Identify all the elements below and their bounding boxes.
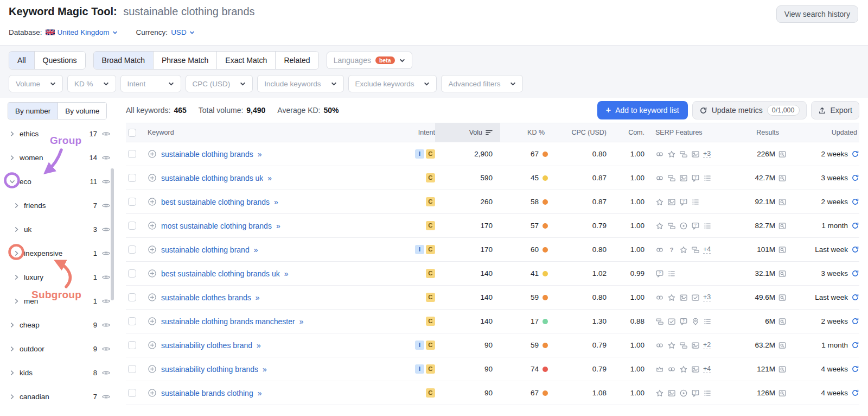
chevron-right-icon[interactable] (12, 250, 21, 256)
chevron-right-icon[interactable] (12, 226, 21, 232)
serp-preview-icon[interactable] (778, 198, 787, 206)
serp-preview-icon[interactable] (778, 389, 787, 398)
keyword-link[interactable]: sustainable clothing brands (161, 150, 253, 159)
keyword-link[interactable]: sustainable brands clothing (161, 389, 253, 398)
chevron-right-icon[interactable] (12, 298, 21, 304)
languages-dropdown[interactable]: Languages beta (327, 52, 412, 69)
add-keyword-icon[interactable] (148, 221, 157, 230)
eye-icon[interactable] (101, 392, 111, 401)
column-updated[interactable]: Updated (790, 123, 859, 142)
keyword-link[interactable]: most sustainable clothing brands (161, 222, 272, 230)
expand-keyword-icon[interactable]: » (276, 222, 280, 230)
expand-keyword-icon[interactable]: » (267, 174, 271, 182)
column-keyword[interactable]: Keyword (148, 123, 392, 142)
add-keyword-icon[interactable] (148, 341, 157, 350)
chevron-right-icon[interactable] (12, 203, 21, 209)
keyword-link[interactable]: best sustainable clothing brands uk (161, 269, 280, 278)
sidebar-group-uk[interactable]: uk 3 (3, 217, 118, 241)
keyword-link[interactable]: best sustainable clothing brands (161, 198, 270, 206)
tab-broad-match[interactable]: Broad Match (94, 52, 153, 69)
sidebar-group-women[interactable]: women 14 (3, 146, 118, 169)
sidebar-group-inexpensive[interactable]: inexpensive 1 (3, 241, 118, 265)
currency-select[interactable]: USD (171, 28, 195, 36)
column-com[interactable]: Com. (609, 123, 648, 142)
row-checkbox[interactable] (128, 150, 136, 158)
row-checkbox[interactable] (128, 341, 136, 349)
column-kd[interactable]: KD % (500, 123, 549, 142)
refresh-icon[interactable] (851, 293, 859, 301)
filter-cpc-usd-[interactable]: CPC (USD) (186, 75, 253, 92)
sidebar-group-kids[interactable]: kids 8 (3, 361, 118, 385)
filter-advanced-filters[interactable]: Advanced filters (441, 75, 523, 92)
chevron-down-icon[interactable] (8, 179, 16, 185)
eye-icon[interactable] (101, 297, 111, 306)
keyword-link[interactable]: sustainable clothes brands (161, 293, 251, 302)
row-checkbox[interactable] (128, 293, 136, 301)
column-cpc[interactable]: CPC (USD) (549, 123, 609, 142)
chevron-right-icon[interactable] (8, 346, 16, 352)
chevron-right-icon[interactable] (12, 274, 21, 280)
export-button[interactable]: Export (811, 101, 859, 119)
sidebar-group-friends[interactable]: friends 7 (3, 193, 118, 217)
serp-preview-icon[interactable] (778, 150, 787, 159)
expand-keyword-icon[interactable]: » (257, 341, 260, 350)
serp-more-link[interactable]: +4 (703, 245, 711, 254)
filter-include-keywords[interactable]: Include keywords (257, 75, 343, 92)
column-serp-features[interactable]: SERP Features (648, 123, 729, 142)
column-volume[interactable]: Volu (435, 123, 500, 142)
eye-icon[interactable] (101, 225, 111, 234)
row-checkbox[interactable] (128, 222, 136, 230)
serp-preview-icon[interactable] (778, 222, 787, 230)
view-search-history-button[interactable]: View search history (776, 5, 858, 23)
expand-keyword-icon[interactable]: » (254, 245, 258, 254)
serp-more-link[interactable]: +3 (703, 150, 711, 158)
chevron-right-icon[interactable] (8, 394, 16, 400)
tab-exact-match[interactable]: Exact Match (216, 52, 275, 69)
expand-keyword-icon[interactable]: » (258, 150, 261, 159)
chevron-right-icon[interactable] (8, 322, 16, 328)
refresh-icon[interactable] (851, 317, 859, 325)
row-checkbox[interactable] (128, 245, 136, 254)
sidebar-group-outdoor[interactable]: outdoor 9 (3, 337, 118, 361)
sidebar-group-eco[interactable]: eco 11 (3, 169, 118, 193)
eye-icon[interactable] (101, 273, 111, 282)
database-select[interactable]: United Kingdom (58, 28, 118, 36)
keyword-link[interactable]: sustainability clothes brand (161, 341, 252, 350)
serp-preview-icon[interactable] (778, 245, 787, 254)
sidebar-group-canadian[interactable]: canadian 7 (3, 385, 118, 408)
sidebar-group-ethics[interactable]: ethics 17 (3, 122, 118, 146)
serp-preview-icon[interactable] (778, 341, 787, 350)
keyword-link[interactable]: sustainable clothing brand (161, 245, 250, 254)
expand-keyword-icon[interactable]: » (256, 293, 259, 302)
sidebar-group-luxury[interactable]: luxury 1 (3, 265, 118, 289)
refresh-icon[interactable] (851, 198, 859, 206)
filter-volume[interactable]: Volume (9, 75, 63, 92)
serp-preview-icon[interactable] (778, 365, 787, 374)
refresh-icon[interactable] (851, 174, 859, 182)
eye-icon[interactable] (101, 344, 111, 354)
tab-related[interactable]: Related (275, 52, 318, 69)
chevron-right-icon[interactable] (8, 155, 16, 161)
add-keyword-icon[interactable] (148, 364, 157, 374)
add-keyword-icon[interactable] (148, 149, 157, 159)
expand-keyword-icon[interactable]: » (299, 317, 303, 326)
sidebar-group-cheap[interactable]: cheap 9 (3, 313, 118, 337)
eye-icon[interactable] (101, 368, 111, 377)
serp-preview-icon[interactable] (778, 293, 787, 302)
chevron-right-icon[interactable] (8, 131, 16, 137)
sidebar-scrollbar[interactable] (111, 168, 114, 300)
eye-icon[interactable] (101, 177, 111, 186)
expand-keyword-icon[interactable]: » (258, 389, 261, 398)
expand-keyword-icon[interactable]: » (284, 269, 288, 278)
eye-icon[interactable] (101, 129, 111, 138)
refresh-icon[interactable] (851, 222, 859, 230)
expand-keyword-icon[interactable]: » (263, 365, 266, 374)
refresh-icon[interactable] (851, 389, 859, 397)
row-checkbox[interactable] (128, 389, 136, 397)
add-keyword-icon[interactable] (148, 245, 157, 254)
tab-phrase-match[interactable]: Phrase Match (153, 52, 216, 69)
add-keyword-icon[interactable] (148, 269, 157, 278)
add-keyword-icon[interactable] (148, 317, 157, 326)
tab-questions[interactable]: Questions (34, 52, 85, 69)
keyword-link[interactable]: sustainability clothing brands (161, 365, 258, 374)
